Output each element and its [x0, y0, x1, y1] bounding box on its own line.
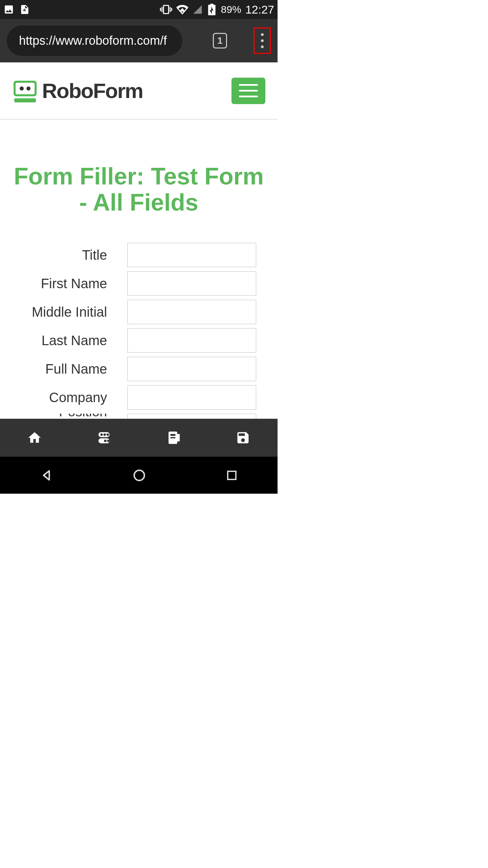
roboform-identity-button[interactable] [166, 430, 181, 445]
form-row: Middle Initial [12, 300, 265, 324]
roboform-home-button[interactable] [27, 430, 42, 445]
svg-point-4 [20, 86, 24, 91]
svg-rect-19 [228, 471, 236, 479]
svg-point-10 [106, 433, 109, 436]
svg-point-5 [26, 86, 30, 91]
nav-home-button[interactable] [133, 469, 146, 482]
form-row: Title [12, 243, 265, 267]
roboform-logins-button[interactable] [97, 430, 111, 445]
form-label: Company [12, 390, 127, 405]
android-nav-bar [0, 457, 278, 494]
roboform-toolbar [0, 419, 278, 457]
url-text: https://www.roboform.com/f [19, 34, 167, 48]
android-status-bar: ? 89% 12:27 [0, 0, 278, 19]
roboform-logo-icon [12, 78, 38, 104]
wifi-icon [176, 3, 188, 16]
battery-percentage-text: 89% [221, 4, 241, 15]
svg-point-9 [103, 433, 106, 436]
svg-point-8 [100, 433, 103, 436]
svg-rect-16 [170, 437, 176, 438]
form-label: Middle Initial [12, 304, 127, 320]
roboform-save-button[interactable] [236, 430, 250, 445]
svg-rect-6 [14, 98, 36, 102]
battery-charging-icon [207, 4, 217, 15]
nav-recent-button[interactable] [226, 469, 238, 481]
svg-point-18 [134, 470, 144, 480]
svg-rect-3 [16, 83, 35, 94]
svg-rect-17 [177, 434, 180, 441]
site-header: RoboForm [0, 62, 278, 119]
form-label: Last Name [12, 333, 127, 348]
tab-switcher-button[interactable]: 1 [213, 33, 227, 48]
form-label: Position [12, 414, 127, 418]
form-input-title[interactable] [127, 243, 256, 267]
form-row: First Name [12, 271, 265, 296]
nav-back-button[interactable] [40, 469, 53, 482]
page-title: Form Filler: Test Form - All Fields [12, 163, 265, 216]
svg-text:?: ? [23, 7, 26, 12]
site-menu-button[interactable] [231, 78, 265, 104]
form-row: Full Name [12, 357, 265, 381]
cell-signal-icon [192, 4, 203, 15]
tab-count-text: 1 [217, 35, 223, 46]
form-input-last-name[interactable] [127, 328, 256, 353]
form-label: Full Name [12, 361, 127, 377]
svg-point-13 [107, 440, 109, 442]
file-notification-icon: ? [19, 4, 30, 15]
form-row: Last Name [12, 328, 265, 353]
svg-point-12 [104, 440, 106, 442]
form-input-first-name[interactable] [127, 271, 256, 296]
roboform-logo-text: RoboForm [42, 79, 143, 103]
url-bar[interactable]: https://www.roboform.com/f [7, 25, 182, 56]
roboform-logo[interactable]: RoboForm [12, 78, 143, 104]
form-input-full-name[interactable] [127, 357, 256, 381]
image-notification-icon [3, 4, 14, 15]
vibrate-icon [160, 3, 172, 16]
form-label: First Name [12, 276, 127, 291]
form-input-middle-initial[interactable] [127, 300, 256, 324]
form-label: Title [12, 248, 127, 263]
browser-toolbar: https://www.roboform.com/f 1 [0, 19, 278, 62]
form-row: Company [12, 385, 265, 410]
clock-text: 12:27 [245, 3, 274, 16]
browser-menu-button[interactable] [253, 27, 271, 54]
svg-rect-15 [170, 434, 176, 436]
form-input-company[interactable] [127, 385, 256, 410]
page-content: Form Filler: Test Form - All Fields Titl… [0, 119, 278, 421]
